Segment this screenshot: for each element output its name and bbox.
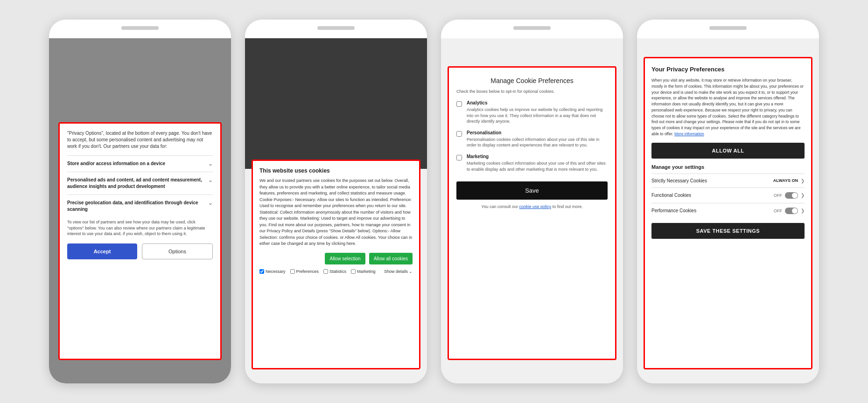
performance-cookies-row[interactable]: Performance Cookies OFF ❯ <box>651 203 805 218</box>
phone-4-title: Your Privacy Preferences <box>651 66 805 73</box>
marketing-desc: Marketing cookies collect information ab… <box>467 160 608 172</box>
allow-all-cookies-button[interactable]: Allow all cookies <box>369 253 413 264</box>
functional-off-label: OFF <box>774 193 782 198</box>
strictly-necessary-label: Strictly Necessary Cookies <box>651 178 707 183</box>
chevron-right-icon-2: ❯ <box>801 193 805 198</box>
options-button[interactable]: Options <box>142 243 213 259</box>
phone-3-footer: You can consult our cookie use policy to… <box>456 204 608 209</box>
phone-3-screen: Manage Cookie Preferences Check the boxe… <box>441 38 623 383</box>
personalisation-content: Personalisation Personalisation cookies … <box>467 130 608 148</box>
analytics-desc: Analytics cookies help us improve our we… <box>467 107 608 125</box>
cookie-option-row-2[interactable]: Personalised ads and content, ad and con… <box>67 172 213 195</box>
phone-2-checkbox-row: Necessary Preferences Statistics Marketi… <box>259 269 413 274</box>
checkbox-marketing-label: Marketing <box>357 269 376 274</box>
checkbox-statistics-input[interactable] <box>323 269 328 274</box>
checkbox-necessary-label: Necessary <box>266 269 286 274</box>
chevron-right-icon-3: ❯ <box>801 208 805 213</box>
performance-cookies-right: OFF ❯ <box>774 208 805 214</box>
personalisation-label: Personalisation <box>467 130 608 135</box>
phone-4-body-text: When you visit any website, it may store… <box>651 78 804 136</box>
performance-toggle[interactable] <box>785 208 798 214</box>
checkbox-marketing-input[interactable] <box>351 269 356 274</box>
chevron-right-icon-1: ❯ <box>801 178 805 183</box>
functional-toggle[interactable] <box>785 192 798 199</box>
chevron-down-icon-1: ⌄ <box>208 160 213 167</box>
more-information-link[interactable]: More information <box>674 132 704 136</box>
phone-3-analytics-row: Analytics Analytics cookies help us impr… <box>456 100 608 125</box>
checkbox-statistics[interactable]: Statistics <box>323 269 346 274</box>
phone-1-footer-text: To view our list of partners and see how… <box>67 219 213 237</box>
allow-all-button[interactable]: ALLOW ALL <box>651 143 805 159</box>
phone-2: This website uses cookies We and our tru… <box>245 20 427 383</box>
personalisation-checkbox[interactable] <box>456 131 462 137</box>
phone-2-button-row: Allow selection Allow all cookies <box>259 253 413 264</box>
phone-1-screen: "Privacy Options", located at the bottom… <box>49 38 231 383</box>
cookie-option-label-3: Precise geolocation data, and identifica… <box>67 200 208 213</box>
allow-selection-button[interactable]: Allow selection <box>325 253 365 264</box>
show-details-chevron-icon: ⌄ <box>409 269 413 274</box>
phone-3-title: Manage Cookie Preferences <box>456 77 608 84</box>
phone-2-title: This website uses cookies <box>259 167 413 174</box>
phone-4-screen: Your Privacy Preferences When you visit … <box>637 38 819 383</box>
footer-suffix: to find out more. <box>553 204 583 209</box>
accept-button[interactable]: Accept <box>67 243 137 259</box>
show-details-label: Show details <box>384 269 408 274</box>
strictly-necessary-right: ALWAYS ON ❯ <box>773 178 805 183</box>
footer-text: You can consult our <box>481 204 518 209</box>
phone-1-cookie-dialog: "Privacy Options", located at the bottom… <box>58 122 222 360</box>
cookie-option-label-1: Store and/or access information on a dev… <box>67 160 208 167</box>
strictly-necessary-row[interactable]: Strictly Necessary Cookies ALWAYS ON ❯ <box>651 174 805 188</box>
performance-off-label: OFF <box>774 208 782 213</box>
phone-3-personalisation-row: Personalisation Personalisation cookies … <box>456 130 608 148</box>
phone-4-body: When you visit any website, it may store… <box>651 77 805 137</box>
checkbox-marketing[interactable]: Marketing <box>351 269 376 274</box>
phone-2-body-text: We and our trusted partners use cookies … <box>259 178 412 246</box>
save-button[interactable]: Save <box>456 181 608 200</box>
checkbox-preferences-input[interactable] <box>290 269 295 274</box>
phone-2-body: We and our trusted partners use cookies … <box>259 178 413 247</box>
phone-1: "Privacy Options", located at the bottom… <box>49 20 231 383</box>
analytics-checkbox[interactable] <box>456 101 462 107</box>
analytics-content: Analytics Analytics cookies help us impr… <box>467 100 608 125</box>
checkbox-preferences-label: Preferences <box>296 269 319 274</box>
phone-3-marketing-row: Marketing Marketing cookies collect info… <box>456 154 608 172</box>
chevron-down-icon-2: ⌄ <box>208 177 213 183</box>
phone-1-intro: "Privacy Options", located at the bottom… <box>67 130 213 150</box>
performance-cookies-label: Performance Cookies <box>651 208 696 213</box>
personalisation-desc: Personalisation cookies collect informat… <box>467 137 608 148</box>
analytics-label: Analytics <box>467 100 608 105</box>
checkbox-necessary-input[interactable] <box>259 269 264 274</box>
phone-2-background <box>245 38 427 169</box>
show-details-button[interactable]: Show details ⌄ <box>384 269 413 274</box>
phone-1-button-row: Accept Options <box>67 243 213 259</box>
phone-4-privacy-dialog: Your Privacy Preferences When you visit … <box>644 57 812 369</box>
cookie-option-label-2: Personalised ads and content, ad and con… <box>67 177 208 190</box>
marketing-checkbox[interactable] <box>456 155 462 160</box>
marketing-label: Marketing <box>467 154 608 159</box>
marketing-content: Marketing Marketing cookies collect info… <box>467 154 608 172</box>
phone-3-cookie-dialog: Manage Cookie Preferences Check the boxe… <box>448 66 616 360</box>
cookie-option-row-3[interactable]: Precise geolocation data, and identifica… <box>67 195 213 217</box>
checkbox-necessary[interactable]: Necessary <box>259 269 286 274</box>
functional-cookies-label: Functional Cookies <box>651 193 691 198</box>
cookie-option-row-1[interactable]: Store and/or access information on a dev… <box>67 155 213 172</box>
checkbox-statistics-label: Statistics <box>329 269 346 274</box>
checkbox-preferences[interactable]: Preferences <box>290 269 319 274</box>
phone-3-subtitle: Check the boxes below to opt-in for opti… <box>456 89 608 94</box>
phone-4: Your Privacy Preferences When you visit … <box>637 20 819 383</box>
phone-2-screen: This website uses cookies We and our tru… <box>245 38 427 383</box>
phone-2-cookie-dialog: This website uses cookies We and our tru… <box>252 160 420 369</box>
chevron-down-icon-3: ⌄ <box>208 200 213 206</box>
phone-3: Manage Cookie Preferences Check the boxe… <box>441 20 623 383</box>
save-settings-button[interactable]: SAVE THESE SETTINGS <box>651 223 805 239</box>
manage-settings-heading: Manage your settings <box>651 164 805 170</box>
cookie-policy-link[interactable]: cookie use policy <box>519 204 552 209</box>
functional-cookies-row[interactable]: Functional Cookies OFF ❯ <box>651 188 805 203</box>
functional-cookies-right: OFF ❯ <box>774 192 805 199</box>
always-on-label: ALWAYS ON <box>773 178 798 183</box>
